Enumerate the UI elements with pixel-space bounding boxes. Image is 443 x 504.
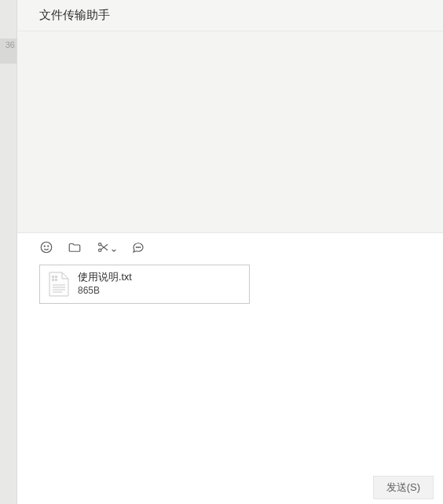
svg-point-6 <box>138 247 139 247</box>
chat-message-area[interactable] <box>17 31 443 233</box>
screenshot-tool[interactable] <box>96 240 117 254</box>
scissors-icon <box>96 240 110 254</box>
file-meta: 使用说明.txt 865B <box>78 271 132 297</box>
chevron-down-icon <box>111 244 117 250</box>
svg-point-0 <box>41 242 52 253</box>
svg-point-5 <box>136 247 137 247</box>
chat-title: 文件传输助手 <box>39 8 110 23</box>
svg-point-4 <box>99 243 101 245</box>
file-size: 865B <box>78 284 132 297</box>
svg-point-2 <box>48 245 49 246</box>
compose-input[interactable] <box>17 304 443 505</box>
svg-point-1 <box>44 245 45 246</box>
sidebar-badge: 36 <box>0 38 16 64</box>
footer: 发送(S) <box>373 476 434 499</box>
chat-history-icon[interactable] <box>131 240 145 254</box>
chat-header: 文件传输助手 <box>17 0 443 31</box>
svg-rect-10 <box>52 279 54 281</box>
emoji-icon[interactable] <box>39 240 53 254</box>
file-icon <box>48 271 70 298</box>
file-name: 使用说明.txt <box>78 271 132 284</box>
compose-attachment-area: 使用说明.txt 865B <box>17 261 443 304</box>
svg-rect-9 <box>55 276 57 278</box>
compose-toolbar <box>17 233 443 261</box>
svg-point-3 <box>99 249 101 251</box>
send-button[interactable]: 发送(S) <box>373 476 434 499</box>
main-panel: 文件传输助手 <box>17 0 443 504</box>
svg-point-7 <box>140 247 141 247</box>
svg-rect-8 <box>52 276 54 278</box>
svg-rect-11 <box>55 279 57 281</box>
folder-icon[interactable] <box>68 240 82 254</box>
file-attachment[interactable]: 使用说明.txt 865B <box>39 265 250 304</box>
sidebar: 36 <box>0 0 17 504</box>
